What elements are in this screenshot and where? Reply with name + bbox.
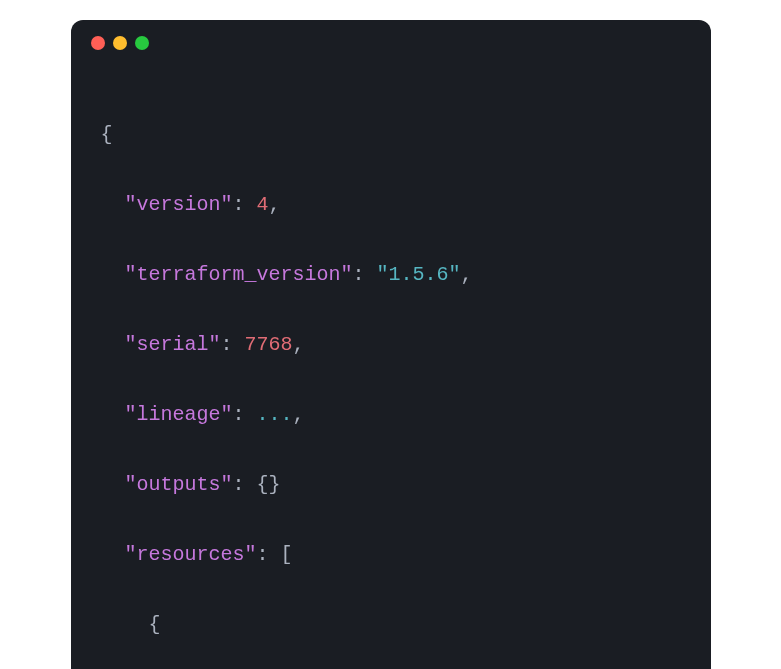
close-icon[interactable]: [91, 36, 105, 50]
code-window: { "version": 4, "terraform_version": "1.…: [71, 20, 711, 669]
value-terraform-version: "1.5.6": [377, 263, 461, 286]
comma: ,: [269, 193, 281, 216]
bracket-open: [: [281, 543, 293, 566]
minimize-icon[interactable]: [113, 36, 127, 50]
value-lineage: ...: [257, 403, 293, 426]
key-outputs: "outputs": [125, 473, 233, 496]
code-block: { "version": 4, "terraform_version": "1.…: [71, 62, 711, 669]
colon: :: [233, 403, 257, 426]
value-version: 4: [257, 193, 269, 216]
comma: ,: [293, 333, 305, 356]
colon: :: [233, 193, 257, 216]
comma: ,: [461, 263, 473, 286]
key-resources: "resources": [125, 543, 257, 566]
brace-open-inner: {: [149, 613, 161, 636]
colon: :: [257, 543, 281, 566]
window-titlebar: [71, 20, 711, 62]
key-version: "version": [125, 193, 233, 216]
colon: :: [221, 333, 245, 356]
value-serial: 7768: [245, 333, 293, 356]
maximize-icon[interactable]: [135, 36, 149, 50]
key-terraform-version: "terraform_version": [125, 263, 353, 286]
comma: ,: [293, 403, 305, 426]
value-outputs: {}: [257, 473, 281, 496]
colon: :: [233, 473, 257, 496]
key-lineage: "lineage": [125, 403, 233, 426]
brace-open: {: [101, 123, 113, 146]
colon: :: [353, 263, 377, 286]
key-serial: "serial": [125, 333, 221, 356]
